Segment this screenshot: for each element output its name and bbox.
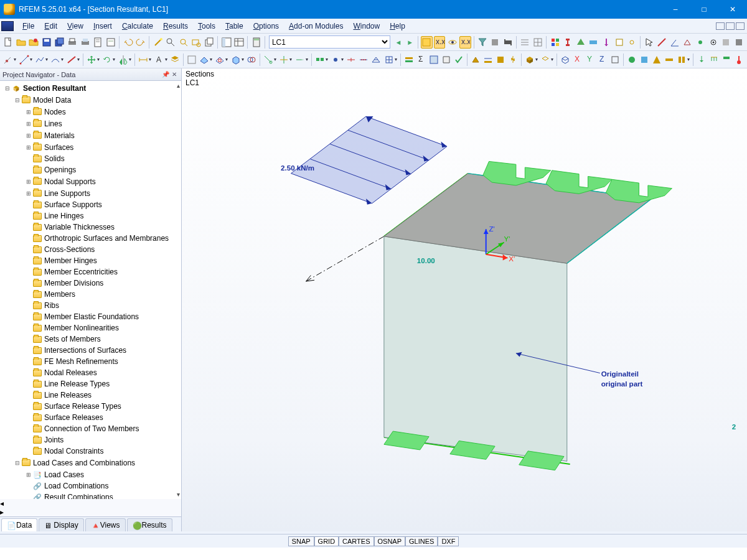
tree-item[interactable]: Nodal Releases [25, 367, 181, 378]
status-dxf[interactable]: DXF [438, 536, 459, 546]
divide-tool[interactable] [358, 54, 369, 66]
arc-tool[interactable] [50, 54, 64, 66]
mesh-tool[interactable] [370, 54, 382, 66]
tree-item[interactable]: Surface Releases [25, 412, 181, 423]
tree-item[interactable]: Line Hinges [25, 210, 181, 222]
rotate-tool[interactable] [101, 54, 116, 66]
find-button[interactable] [165, 36, 177, 49]
lc-tool[interactable] [403, 54, 415, 66]
tree-item[interactable]: Surfaces [25, 141, 181, 153]
mirror-tool[interactable] [118, 54, 132, 66]
filter-button[interactable] [476, 36, 488, 49]
refine-tool[interactable] [383, 54, 397, 66]
status-glines[interactable]: GLINES [405, 536, 438, 546]
hscroll-right-icon[interactable]: ▸ [0, 508, 4, 516]
units-button[interactable] [613, 36, 625, 49]
mdi-close-icon[interactable] [736, 22, 745, 30]
thickness-button[interactable] [588, 36, 599, 49]
hinge-button[interactable] [695, 36, 707, 49]
tree-item[interactable]: Sets of Members [25, 334, 181, 345]
open-model-button[interactable] [28, 36, 40, 49]
menu-options[interactable]: Options [248, 20, 284, 32]
mdi-restore-icon[interactable] [726, 22, 735, 30]
surface-tool[interactable] [199, 54, 213, 66]
save-button[interactable] [41, 36, 53, 49]
tree-item[interactable]: Member Elastic Foundations [25, 311, 181, 322]
tree-model-data[interactable]: Model Data [14, 94, 181, 106]
tree-item[interactable]: Surface Supports [25, 199, 181, 210]
tree-item[interactable]: Lines [25, 118, 181, 129]
tree-item[interactable]: Members [25, 289, 181, 300]
calc-all-button[interactable] [428, 54, 439, 66]
print-button[interactable] [67, 36, 78, 49]
cut-tool[interactable] [263, 54, 277, 66]
tree-item[interactable]: Nodal Constraints [25, 446, 181, 457]
tree-item[interactable]: Member Nonlinearities [25, 322, 181, 334]
tree-item[interactable]: Solids [25, 153, 181, 164]
angle-button[interactable] [669, 36, 681, 49]
menu-file[interactable]: File [17, 20, 39, 32]
nodalsup-tool[interactable] [470, 54, 481, 66]
report-button[interactable] [92, 36, 104, 49]
calculator-button[interactable] [250, 36, 262, 49]
zoom-window-button[interactable] [190, 36, 202, 49]
support-button[interactable] [682, 36, 693, 49]
menu-table[interactable]: Table [220, 20, 248, 32]
redo-button[interactable] [135, 36, 147, 49]
tab-display[interactable]: 🖥Display [39, 518, 83, 531]
navigator-tree[interactable]: ▴ Section Resultant Model Data NodesLine… [0, 81, 181, 499]
menu-results[interactable]: Results [158, 20, 193, 32]
load-button[interactable] [601, 36, 613, 49]
tree-item[interactable]: Joints [25, 434, 181, 446]
menu-edit[interactable]: Edit [39, 20, 62, 32]
display-results-button[interactable] [421, 36, 433, 49]
display-values-button[interactable]: x.xx [434, 36, 446, 49]
zoom-extent-button[interactable] [178, 36, 190, 49]
tree-item[interactable]: Variable Thicknesses [25, 222, 181, 233]
animate-button[interactable] [502, 36, 514, 49]
sets-tool[interactable] [314, 54, 329, 66]
calc-button[interactable] [441, 54, 452, 66]
view-y-button[interactable]: Y [585, 54, 596, 66]
tab-results[interactable]: 🟢Results [127, 518, 172, 531]
move-tool[interactable] [86, 54, 100, 66]
linesup-tool[interactable] [482, 54, 494, 66]
release-tool[interactable] [330, 54, 344, 66]
menu-add-on-modules[interactable]: Add-on Modules [284, 20, 348, 32]
tree-item[interactable]: Orthotropic Surfaces and Membranes [25, 233, 181, 244]
tree-item[interactable]: Line Releases [25, 390, 181, 401]
tree-lcc[interactable]: Load Cases and Combinations [14, 457, 181, 469]
new-file-button[interactable] [2, 36, 14, 49]
tree-item[interactable]: 🔗Result Combinations [25, 492, 181, 499]
view-front-button[interactable] [609, 54, 621, 66]
pointer-button[interactable] [643, 36, 655, 49]
tree-item[interactable]: Openings [25, 164, 181, 175]
menu-view[interactable]: View [62, 20, 88, 32]
line-tool[interactable] [18, 54, 32, 66]
tree-item[interactable]: Member Divisions [25, 278, 181, 289]
tree-item[interactable]: Materials [25, 129, 181, 141]
view-mode-button[interactable] [446, 36, 458, 49]
hscroll-left-icon[interactable]: ◂ [0, 499, 4, 508]
trim-tool[interactable] [278, 54, 293, 66]
render1-tool[interactable] [524, 54, 538, 66]
addon5-button[interactable] [676, 54, 690, 66]
view-z-button[interactable]: Z [597, 54, 608, 66]
extra-button[interactable] [733, 36, 745, 49]
tree-root[interactable]: Section Resultant [4, 82, 181, 94]
menu-help[interactable]: Help [385, 20, 410, 32]
panel-button[interactable]: x.xx [459, 36, 471, 49]
pin-icon[interactable]: 📌 [161, 70, 170, 79]
polyline-tool[interactable] [34, 54, 49, 66]
table-button[interactable] [233, 36, 245, 49]
text-tool[interactable]: A [153, 54, 167, 66]
grid-tool[interactable] [186, 54, 197, 66]
tree-item[interactable]: Line Release Types [25, 378, 181, 390]
status-osnap[interactable]: OSNAP [374, 536, 406, 546]
render2-tool[interactable] [540, 54, 554, 66]
intersect-tool[interactable] [246, 54, 257, 66]
addon2-button[interactable] [639, 54, 650, 66]
maximize-button[interactable]: □ [690, 0, 718, 19]
status-grid[interactable]: GRID [314, 536, 339, 546]
tree-item[interactable]: Connection of Two Members [25, 423, 181, 434]
